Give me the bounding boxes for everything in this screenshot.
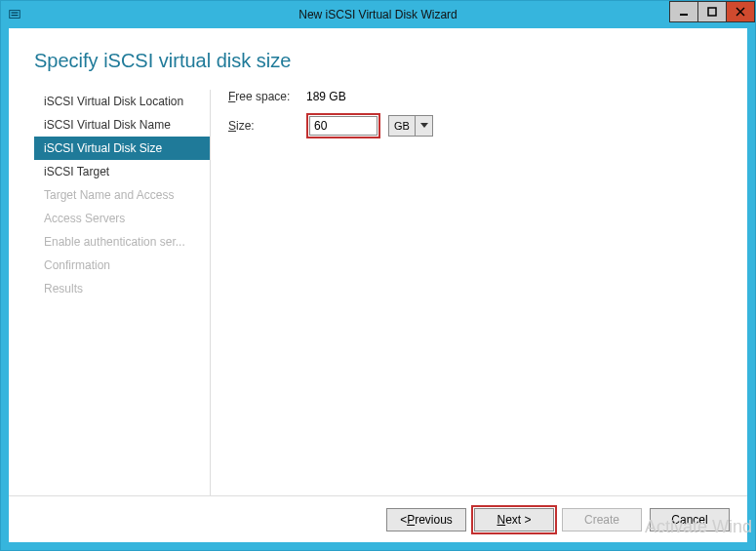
step-results: Results [34, 277, 210, 300]
step-disk-size[interactable]: iSCSI Virtual Disk Size [34, 137, 210, 160]
size-unit-dropdown[interactable] [416, 115, 433, 137]
window-title: New iSCSI Virtual Disk Wizard [1, 8, 755, 21]
close-button[interactable] [726, 1, 755, 22]
step-iscsi-target[interactable]: iSCSI Target [34, 160, 210, 183]
wizard-footer: < Previous Next > Create Cancel [9, 495, 747, 542]
step-confirmation: Confirmation [34, 254, 210, 277]
window-controls [670, 1, 755, 22]
cancel-button[interactable]: Cancel [650, 508, 730, 531]
wizard-steps-sidebar: iSCSI Virtual Disk Location iSCSI Virtua… [34, 90, 210, 495]
wizard-window: New iSCSI Virtual Disk Wizard Specify iS… [0, 0, 756, 551]
content-frame: Specify iSCSI virtual disk size iSCSI Vi… [1, 28, 755, 550]
create-button: Create [562, 508, 642, 531]
wizard-body: Specify iSCSI virtual disk size iSCSI Vi… [9, 28, 747, 542]
size-label: Size: [228, 119, 306, 133]
step-target-name: Target Name and Access [34, 183, 210, 207]
step-authentication: Enable authentication ser... [34, 230, 210, 254]
svg-rect-4 [708, 8, 716, 16]
svg-marker-7 [420, 123, 428, 128]
page-title: Specify iSCSI virtual disk size [9, 46, 747, 90]
step-access-servers: Access Servers [34, 207, 210, 230]
size-input-highlight [306, 113, 380, 138]
chevron-down-icon [420, 123, 428, 129]
app-icon [7, 7, 22, 22]
main-area: iSCSI Virtual Disk Location iSCSI Virtua… [9, 90, 747, 495]
step-disk-name[interactable]: iSCSI Virtual Disk Name [34, 113, 210, 137]
previous-button[interactable]: < Previous [386, 508, 466, 531]
form-pane: Free space: 189 GB Size: GB [210, 90, 747, 495]
svg-rect-2 [12, 15, 19, 16]
svg-rect-3 [680, 14, 688, 16]
size-row: Size: GB [228, 113, 728, 138]
size-unit-display: GB [388, 115, 416, 137]
svg-rect-1 [12, 12, 19, 13]
svg-rect-0 [10, 11, 20, 19]
next-button[interactable]: Next > [474, 508, 554, 531]
free-space-row: Free space: 189 GB [228, 90, 728, 103]
maximize-button[interactable] [697, 1, 727, 22]
titlebar: New iSCSI Virtual Disk Wizard [1, 1, 755, 28]
free-space-label: Free space: [228, 90, 306, 103]
free-space-value: 189 GB [306, 90, 346, 103]
size-input[interactable] [309, 116, 378, 136]
minimize-button[interactable] [669, 1, 698, 22]
step-disk-location[interactable]: iSCSI Virtual Disk Location [34, 90, 210, 113]
